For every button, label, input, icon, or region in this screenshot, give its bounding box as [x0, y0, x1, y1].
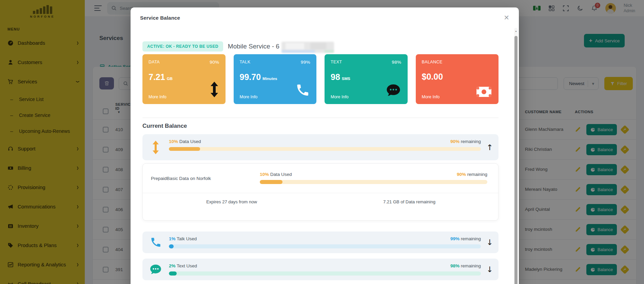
plan-name: PrepaidBasic Data on Norfolk: [143, 164, 260, 193]
card-label: TEXT: [331, 60, 342, 65]
scroll-up-arrow-icon[interactable]: ▲: [514, 30, 518, 32]
used-label: 2% Text Used: [169, 263, 197, 268]
redacted-phone-number: [281, 42, 334, 53]
up-down-arrow-icon: [210, 82, 219, 99]
used-label: 10% Data Used: [260, 172, 292, 177]
data-detail-card: PrepaidBasic Data on Norfolk 10% Data Us…: [142, 163, 499, 221]
service-title: Mobile Service - 6: [228, 43, 279, 50]
up-down-arrow-icon: [142, 134, 169, 160]
chat-bubble-icon: [142, 259, 169, 280]
close-icon[interactable]: ✕: [504, 14, 509, 21]
talk-progress-bar: [169, 244, 481, 248]
stat-card-text: TEXT98% 98SMS More Info: [325, 54, 408, 104]
text-progress-bar: [169, 271, 481, 276]
card-label: TALK: [240, 60, 251, 65]
more-info-link[interactable]: More Info: [422, 95, 440, 99]
phone-icon: [142, 231, 169, 253]
balance-row-text: 2% Text Used 98% remaining ↓: [142, 259, 499, 280]
service-balance-modal: Service Balance ✕ ACTIVE: OK - READY TO …: [131, 7, 519, 284]
cash-icon: [476, 86, 492, 99]
card-label: DATA: [149, 60, 160, 65]
card-percent: 99%: [301, 60, 310, 65]
app-root: NORFONE MENU Dashboards › Customers › Se…: [0, 0, 644, 284]
balance-row-talk: 1% Talk Used 99% remaining ↓: [142, 231, 499, 253]
card-percent: 90%: [210, 60, 219, 65]
phone-icon: [295, 83, 310, 99]
collapse-arrow-icon[interactable]: ↑: [486, 143, 493, 152]
used-label: 10% Data Used: [169, 139, 201, 144]
divider: [142, 118, 499, 118]
card-percent: 98%: [392, 60, 401, 65]
remaining-label: 99% remaining: [450, 236, 481, 241]
modal-title: Service Balance: [140, 15, 180, 21]
scrollbar-thumb[interactable]: [514, 36, 518, 284]
remaining-label: 98% remaining: [450, 263, 481, 268]
chat-bubble-icon: [386, 84, 401, 99]
expand-arrow-icon[interactable]: ↓: [486, 265, 493, 274]
expand-arrow-icon[interactable]: ↓: [486, 238, 493, 247]
balance-row-data: 10% Data Used 90% remaining ↑: [142, 134, 499, 160]
used-label: 1% Talk Used: [169, 236, 197, 241]
service-status-line: ACTIVE: OK - READY TO BE USED Mobile Ser…: [142, 41, 499, 52]
more-info-link[interactable]: More Info: [240, 95, 258, 99]
data-remaining-text: 7.21 GB of Data remaining: [320, 193, 498, 220]
stat-card-balance: BALANCE $0.00 More Info: [416, 54, 499, 104]
modal-header: Service Balance ✕: [131, 7, 519, 28]
stat-card-talk: TALK99% 99.70Minutes More Info: [234, 54, 317, 104]
modal-scrollbar[interactable]: ▲: [514, 28, 518, 284]
card-label: BALANCE: [422, 60, 443, 64]
more-info-link[interactable]: More Info: [331, 95, 349, 99]
current-balance-heading: Current Balance: [142, 123, 499, 130]
data-progress-bar: [169, 147, 481, 151]
remaining-label: 90% remaining: [457, 172, 487, 177]
plan-progress-bar: [260, 180, 487, 184]
stat-card-data: DATA90% 7.21GB More Info: [142, 54, 226, 104]
status-badge: ACTIVE: OK - READY TO BE USED: [142, 41, 223, 52]
expires-text: Expires 27 days from now: [143, 193, 320, 220]
modal-body: ACTIVE: OK - READY TO BE USED Mobile Ser…: [131, 28, 519, 280]
more-info-link[interactable]: More Info: [149, 95, 167, 99]
stat-cards: DATA90% 7.21GB More Info TALK99% 99.70Mi…: [142, 54, 499, 104]
remaining-label: 90% remaining: [450, 139, 481, 144]
